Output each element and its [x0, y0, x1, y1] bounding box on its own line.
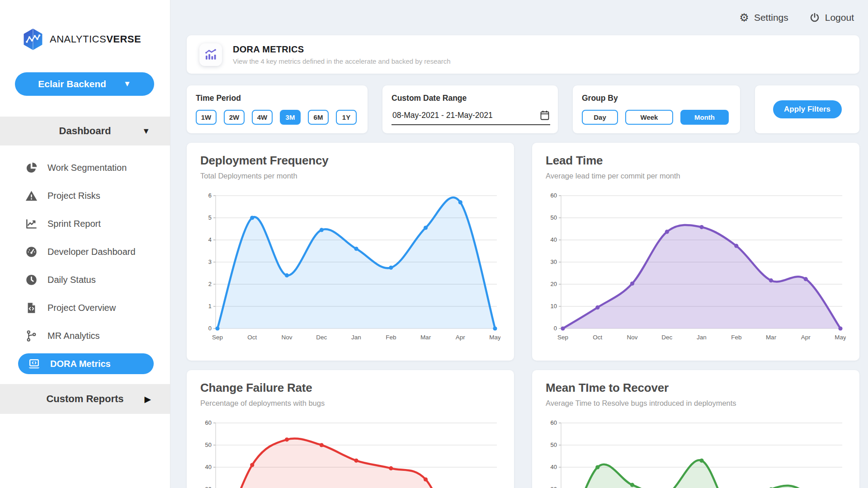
svg-text:40: 40: [205, 464, 212, 470]
laptop-code-icon: [28, 358, 40, 370]
sidebar-item-project-overview[interactable]: Project Overview: [0, 294, 170, 322]
sidebar-section-custom-reports[interactable]: Custom Reports ▶: [0, 384, 170, 414]
svg-text:Mar: Mar: [766, 334, 777, 341]
chart-plot-deployment-frequency: 0123456SepOctNovDecJanFebMarAprMay: [200, 188, 500, 347]
sidebar-item-label: Work Segmentation: [47, 163, 127, 173]
svg-text:Oct: Oct: [247, 334, 257, 341]
time-period-option-1y[interactable]: 1Y: [336, 110, 357, 125]
svg-text:Dec: Dec: [661, 334, 672, 341]
sidebar-item-dora-metrics[interactable]: DORA Metrics: [18, 353, 154, 374]
chart-subtitle: Total Deployments per month: [200, 172, 500, 180]
time-period-option-1w[interactable]: 1W: [196, 110, 217, 125]
date-range-input[interactable]: 08-May-2021 - 21-May-2021: [392, 103, 550, 125]
svg-text:40: 40: [551, 464, 557, 470]
svg-text:Oct: Oct: [593, 334, 602, 341]
svg-text:Jan: Jan: [351, 334, 361, 341]
svg-text:40: 40: [551, 236, 557, 243]
svg-text:0: 0: [208, 325, 212, 332]
svg-text:2: 2: [208, 281, 212, 287]
time-period-option-6m[interactable]: 6M: [308, 110, 329, 125]
svg-text:Sep: Sep: [557, 334, 568, 341]
git-branch-icon: [25, 330, 38, 342]
time-period-label: Time Period: [196, 94, 368, 103]
svg-text:Nov: Nov: [627, 334, 637, 341]
chart-card-lead-time: Lead TimeAverage lead time per commit pe…: [532, 143, 859, 361]
chart-title: Lead Time: [546, 154, 846, 168]
sidebar-nav: Work SegmentationProject RisksSprint Rep…: [0, 154, 170, 374]
svg-text:4: 4: [208, 236, 212, 243]
svg-text:Mar: Mar: [420, 334, 431, 341]
calendar-icon[interactable]: [540, 110, 549, 120]
svg-text:May: May: [489, 334, 500, 341]
bar-chart-icon: [199, 43, 222, 66]
apply-filters-button[interactable]: Apply Filters: [773, 100, 842, 118]
svg-text:3: 3: [208, 258, 212, 265]
sidebar-item-sprint-report[interactable]: Sprint Report: [0, 210, 170, 238]
sidebar-item-label: Sprint Report: [47, 219, 101, 229]
topbar: ⚙ Settings Logout: [187, 0, 859, 35]
svg-text:30: 30: [551, 258, 557, 265]
sidebar-item-label: MR Analytics: [47, 331, 100, 341]
gear-icon: ⚙: [739, 12, 749, 23]
time-period-option-3m[interactable]: 3M: [280, 110, 301, 125]
page-title: DORA METRICS: [233, 44, 451, 55]
sidebar-item-label: Project Risks: [47, 191, 100, 201]
svg-text:Dec: Dec: [316, 334, 327, 341]
chart-card-mean-time-to-recover: Mean TIme to RecoverAverage Time to Reso…: [532, 370, 859, 488]
svg-text:Feb: Feb: [731, 334, 741, 341]
sidebar: ANALYTICSVERSE Eclair Backend ▼ Dashboar…: [0, 0, 170, 488]
sidebar-item-work-segmentation[interactable]: Work Segmentation: [0, 154, 170, 182]
chart-title: Mean TIme to Recover: [546, 381, 846, 395]
sidebar-item-label: Daily Status: [47, 275, 96, 285]
sidebar-item-developer-dashboard[interactable]: Developer Dashboard: [0, 238, 170, 266]
sidebar-item-label: Developer Dashboard: [47, 247, 136, 257]
chart-subtitle: Average lead time per commit per month: [546, 172, 846, 180]
chevron-right-icon: ▶: [144, 394, 151, 404]
sidebar-item-project-risks[interactable]: Project Risks: [0, 182, 170, 210]
settings-label: Settings: [754, 12, 788, 23]
charts-grid: Deployment FrequencyTotal Deployments pe…: [187, 143, 859, 488]
svg-text:60: 60: [205, 419, 212, 426]
svg-text:6: 6: [208, 192, 212, 199]
group-by-option-month[interactable]: Month: [680, 110, 729, 125]
svg-text:Feb: Feb: [386, 334, 396, 341]
group-by-option-day[interactable]: Day: [582, 110, 618, 125]
logout-button[interactable]: Logout: [809, 12, 854, 23]
pie-chart-icon: [25, 162, 38, 174]
settings-button[interactable]: ⚙ Settings: [739, 12, 788, 23]
sidebar-item-label: DORA Metrics: [50, 359, 111, 369]
project-selector-button[interactable]: Eclair Backend ▼: [15, 72, 154, 96]
chart-line-icon: [25, 218, 38, 230]
chevron-down-icon: ▼: [142, 127, 150, 136]
date-range-label: Custom Date Range: [392, 94, 558, 103]
group-by-option-week[interactable]: Week: [625, 110, 673, 125]
date-range-card: Custom Date Range 08-May-2021 - 21-May-2…: [382, 85, 558, 133]
chart-title: Deployment Frequency: [200, 154, 500, 168]
gauge-icon: [25, 246, 38, 258]
svg-text:50: 50: [205, 441, 212, 448]
group-by-label: Group By: [582, 94, 740, 103]
brand: ANALYTICSVERSE: [0, 0, 170, 51]
sidebar-section-dashboard[interactable]: Dashboard ▼: [0, 117, 170, 145]
svg-text:Sep: Sep: [212, 334, 223, 341]
filters-row: Time Period 1W2W4W3M6M1Y Custom Date Ran…: [187, 85, 859, 133]
sidebar-item-daily-status[interactable]: Daily Status: [0, 266, 170, 294]
power-icon: [809, 12, 820, 23]
clock-icon: [25, 274, 38, 286]
warning-icon: [25, 190, 38, 202]
logout-label: Logout: [825, 12, 854, 23]
time-period-option-4w[interactable]: 4W: [252, 110, 273, 125]
svg-text:10: 10: [551, 303, 557, 310]
brand-name: ANALYTICSVERSE: [50, 33, 141, 45]
svg-text:30: 30: [551, 486, 557, 488]
sidebar-item-mr-analytics[interactable]: MR Analytics: [0, 322, 170, 350]
chart-title: Change Failure Rate: [200, 381, 500, 395]
chevron-down-icon: ▼: [123, 80, 131, 89]
main-content: ⚙ Settings Logout: [170, 0, 868, 488]
chart-plot-change-failure-rate: 0102030405060SepOctNovDecJanFebMarAprMay: [200, 415, 500, 488]
svg-text:30: 30: [205, 486, 212, 488]
svg-text:Jan: Jan: [697, 334, 707, 341]
time-period-option-2w[interactable]: 2W: [224, 110, 245, 125]
app-root: ANALYTICSVERSE Eclair Backend ▼ Dashboar…: [0, 0, 868, 488]
svg-text:20: 20: [551, 281, 557, 287]
